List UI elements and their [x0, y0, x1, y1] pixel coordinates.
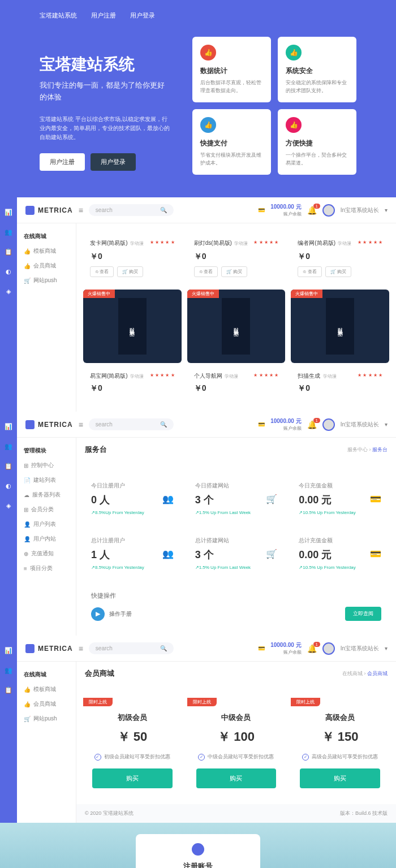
list-icon[interactable]: 📋: [5, 686, 12, 694]
username[interactable]: In宝塔系统站长: [341, 206, 379, 214]
avatar[interactable]: [322, 204, 335, 217]
plan-name: 高级会员: [300, 712, 380, 723]
menu-item[interactable]: ⊕ 充值通知: [21, 546, 71, 561]
search-input[interactable]: search🔍: [89, 418, 174, 430]
avatar[interactable]: [322, 418, 335, 431]
pie-icon[interactable]: ◐: [6, 268, 11, 275]
username[interactable]: In宝塔系统站长: [341, 645, 379, 653]
plan-badge: 限时上线: [187, 698, 217, 706]
chart-icon[interactable]: 📊: [5, 647, 12, 654]
layers-icon[interactable]: ◈: [6, 288, 11, 295]
view-button[interactable]: ⊙ 查看: [90, 266, 114, 277]
menu-item[interactable]: ☁ 服务器列表: [21, 487, 71, 502]
chevron-down-icon[interactable]: ▾: [385, 421, 388, 427]
stat-trend: ↗10.5% Up From Yesterday: [299, 565, 381, 570]
menu-item[interactable]: 👤 用户列表: [21, 517, 71, 532]
buy-plan-button[interactable]: 购买: [300, 768, 380, 788]
hero-subtitle: 我们专注的每一面，都是为了给你更好的体验: [40, 80, 170, 103]
list-icon[interactable]: 📋: [5, 248, 12, 256]
menu-item-members[interactable]: 👍 会员商城: [21, 258, 71, 273]
feature-title: 数据统计: [200, 66, 263, 76]
balance-display: 10000.00 元账户余额: [270, 203, 302, 217]
pie-icon[interactable]: ◐: [6, 482, 11, 490]
avatar[interactable]: [322, 642, 335, 655]
logo[interactable]: METRICA: [25, 420, 73, 429]
product-name: 易宝网(简易版) 学动漫: [90, 370, 144, 380]
menu-item[interactable]: 📄 建站列表: [21, 473, 71, 487]
notification-icon[interactable]: 🔔1: [307, 420, 317, 429]
menu-toggle-icon[interactable]: ≡: [79, 206, 83, 215]
product-image-card[interactable]: 火爆销售中默认展示图: [83, 290, 182, 363]
chevron-down-icon[interactable]: ▾: [385, 207, 388, 213]
menu-item[interactable]: ⊞ 控制中心: [21, 458, 71, 473]
search-input[interactable]: search🔍: [89, 642, 174, 654]
feature-card: 👍快捷支付节省支付模块系统开发及维护成本。: [192, 109, 271, 175]
breadcrumb: 在线商城 › 会员商城: [342, 670, 388, 677]
check-icon: ✓: [302, 754, 309, 761]
nav-login[interactable]: 用户登录: [130, 11, 155, 20]
copyright: © 2020 宝塔建站系统: [85, 810, 134, 817]
menu-item-push[interactable]: 🛒 网站push: [21, 273, 71, 288]
logo[interactable]: METRICA: [25, 206, 73, 215]
notification-icon[interactable]: 🔔1: [307, 644, 317, 653]
topbar: METRICA ≡ search🔍 💳 10000.00 元账户余额 🔔1 In…: [17, 197, 396, 223]
stat-icon: 💳: [370, 549, 381, 559]
menu-item-members[interactable]: 👍 会员商城: [21, 697, 71, 711]
product-name: 发卡网(简易版) 学动漫: [90, 237, 144, 247]
version: 版本：Build.6 技术版: [340, 810, 388, 817]
menu-item[interactable]: 👤 用户内站: [21, 532, 71, 546]
sidebar-rail: 📊👥📋◐◈: [0, 412, 17, 636]
plan-card: 限时上线高级会员￥ 150✓高级会员建站可享受折扣优惠购买: [291, 698, 389, 797]
nav-register[interactable]: 用户注册: [91, 11, 116, 20]
menu-item-templates[interactable]: 👍 模板商城: [21, 682, 71, 697]
wallet-icon[interactable]: 💳: [258, 207, 265, 213]
stat-value: 3 个: [195, 493, 278, 507]
users-icon[interactable]: 👥: [5, 228, 12, 236]
menu-item[interactable]: ⊞ 会员分类: [21, 502, 71, 517]
chart-icon[interactable]: 📊: [5, 423, 12, 430]
hero-section: 宝塔建站系统 用户注册 用户登录 宝塔建站系统 我们专注的每一面，都是为了给你更…: [0, 0, 396, 197]
users-icon[interactable]: 👥: [5, 667, 12, 674]
stat-label: 总计搭建网站: [195, 537, 278, 545]
stat-label: 今日充值金额: [299, 482, 381, 490]
wallet-icon[interactable]: 💳: [258, 421, 265, 427]
sidebar-rail: 📊👥📋◐◈: [0, 197, 17, 412]
buy-button[interactable]: 🛒 购买: [221, 266, 247, 277]
layers-icon[interactable]: ◈: [6, 502, 11, 509]
buy-button[interactable]: 🛒 购买: [325, 266, 351, 277]
product-price: ￥0: [298, 252, 382, 262]
wallet-icon[interactable]: 💳: [258, 645, 265, 651]
plan-feature: ✓高级会员建站可享受折扣优惠: [300, 753, 380, 761]
product-image-card[interactable]: 火爆销售中默认展示图: [291, 290, 389, 363]
notification-icon[interactable]: 🔔1: [307, 206, 317, 215]
store-panel: 📊👥📋◐◈ METRICA ≡ search🔍 💳 10000.00 元账户余额…: [0, 197, 396, 412]
buy-button[interactable]: 🛒 购买: [117, 266, 143, 277]
logo[interactable]: METRICA: [25, 644, 73, 653]
check-icon: ✓: [198, 754, 205, 761]
view-button[interactable]: ⊙ 查看: [298, 266, 321, 277]
quick-action-button[interactable]: 立即查阅: [345, 607, 381, 621]
chevron-down-icon[interactable]: ▾: [385, 645, 388, 651]
register-button[interactable]: 用户注册: [40, 153, 85, 171]
users-icon[interactable]: 👥: [5, 443, 12, 450]
buy-plan-button[interactable]: 购买: [92, 768, 173, 788]
view-button[interactable]: ⊙ 查看: [194, 266, 218, 277]
list-icon[interactable]: 📋: [5, 463, 12, 470]
feature-title: 快捷支付: [200, 139, 263, 148]
username[interactable]: In宝塔系统站长: [341, 421, 379, 429]
menu-item[interactable]: ≡ 项目分类: [21, 561, 71, 576]
logo-icon: [192, 843, 204, 856]
menu-item-push[interactable]: 🛒 网站push: [21, 711, 71, 726]
nav-brand[interactable]: 宝塔建站系统: [40, 11, 77, 20]
search-input[interactable]: search🔍: [89, 204, 174, 216]
menu-toggle-icon[interactable]: ≡: [79, 644, 83, 653]
stat-trend: ↗1.5% Up From Last Week: [195, 510, 278, 515]
product-image-card[interactable]: 火爆销售中默认展示图: [187, 290, 286, 363]
login-button[interactable]: 用户登录: [91, 153, 136, 171]
menu-item-templates[interactable]: 👍 模板商城: [21, 244, 71, 258]
product-price: ￥0: [194, 252, 279, 262]
buy-plan-button[interactable]: 购买: [196, 768, 277, 788]
breadcrumb: 服务中心 › 服务台: [347, 446, 388, 454]
chart-icon[interactable]: 📊: [5, 209, 12, 216]
menu-toggle-icon[interactable]: ≡: [79, 420, 83, 429]
